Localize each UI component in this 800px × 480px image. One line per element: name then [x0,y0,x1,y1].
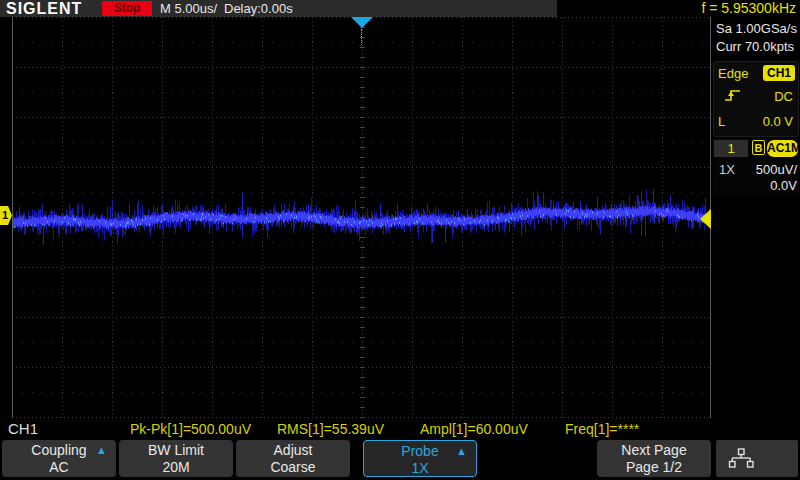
next-page-button[interactable]: Next Page Page 1/2 [597,440,711,477]
trigger-source-badge: CH1 [763,65,795,81]
trigger-position-marker-icon [351,17,373,28]
measurement-freq: Freq[1]=**** [565,421,639,437]
up-arrow-icon: ▲ [96,444,107,456]
channel1-info-panel: 1 B AC1M 1X 500uV/ 0.0V [713,139,799,195]
bandwidth-limit-badge: B [752,140,765,155]
network-status-panel [716,440,798,477]
rising-edge-icon [724,88,742,106]
delay-readout: Delay:0.00s [224,1,293,16]
memory-depth-readout: Curr 70.0kpts [716,39,794,54]
probe-button[interactable]: Probe 1X ▲ [363,440,477,477]
coupling-button[interactable]: Coupling AC ▲ [2,440,116,477]
bw-limit-button[interactable]: BW Limit 20M [119,440,233,477]
trigger-coupling-label: DC [774,89,793,104]
frequency-counter-readout: f = 5.95300kHz [701,1,796,16]
channel-offset-readout: 0.0V [770,178,797,193]
brand-logo: SIGLENT [6,0,82,17]
measurement-channel-label: CH1 [8,420,38,437]
up-arrow-icon: ▲ [456,445,467,457]
measurement-ampl: Ampl[1]=60.00uV [420,421,528,437]
volts-per-div-readout: 500uV/ [756,162,797,177]
timebase-readout: M 5.00us/ [160,1,217,16]
measurement-bar: CH1 Pk-Pk[1]=500.00uV RMS[1]=55.39uV Amp… [0,418,712,438]
probe-attenuation-readout: 1X [719,162,735,177]
sample-rate-readout: Sa 1.00GSa/s [716,21,797,36]
acquisition-status-badge: Stop [102,1,152,16]
adjust-button[interactable]: Adjust Coarse [236,440,350,477]
trigger-mode-label: Edge [718,66,748,81]
waveform-display [0,17,712,418]
status-sidebar: Sa 1.00GSa/s Curr 70.0kpts Edge CH1 DC L… [712,17,800,417]
trigger-level-value: 0.0 V [763,114,793,129]
channel-coupling-badge: AC1M [767,140,798,157]
oscilloscope-screen: SIGLENT Stop M 5.00us/ Delay:0.00s f = 5… [0,0,800,480]
trigger-info-panel: Edge CH1 DC L 0.0 V [713,61,799,137]
measurement-rms: RMS[1]=55.39uV [277,421,384,437]
trigger-position-line [361,29,362,45]
trigger-level-label: L [718,114,725,129]
measurement-pkpk: Pk-Pk[1]=500.00uV [130,421,251,437]
channel-number-box: 1 [714,140,748,157]
lan-network-icon [728,448,754,473]
